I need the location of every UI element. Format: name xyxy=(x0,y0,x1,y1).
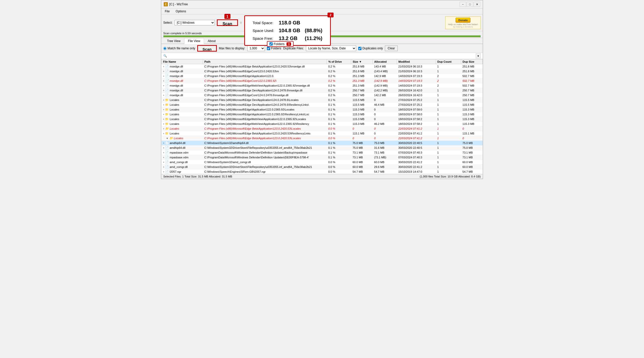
table-row[interactable]: + 📄 msedge.dll C:\Program Files (x86)\Mi… xyxy=(162,64,483,69)
expand-icon[interactable]: + xyxy=(163,108,165,111)
menu-file[interactable]: File xyxy=(163,9,171,14)
expand-icon[interactable]: + xyxy=(163,142,165,145)
close-button[interactable]: ✕ xyxy=(474,2,480,7)
match-filename-radio[interactable] xyxy=(163,47,167,50)
table-row[interactable]: + 📁 Locales C:\Program Files (x86)\Micro… xyxy=(162,122,483,126)
table-row[interactable]: + 📁 Locales C:\Program Files (x86)\Micro… xyxy=(162,117,483,122)
duplicates-only-checkbox[interactable] xyxy=(358,47,361,50)
cell-size: 75.0 MB xyxy=(351,146,373,150)
col-filename[interactable]: File Name xyxy=(162,59,203,64)
minimize-button[interactable]: − xyxy=(460,2,466,7)
table-row[interactable]: ▼ 📁 Locales C:\Program Files (x86)\Micro… xyxy=(162,136,483,141)
scan-button-2[interactable]: Scan xyxy=(197,45,217,52)
expand-icon[interactable]: + xyxy=(163,103,165,106)
cell-modified: 21/03/2024 06:10:3 xyxy=(397,64,436,69)
table-row[interactable]: + 📄 l2057.ngr C:\Windows\Speech\Engines\… xyxy=(162,169,483,174)
tab-file-view[interactable]: File View xyxy=(184,38,204,44)
expand-icon[interactable]: + xyxy=(163,75,165,78)
cell-modified: 22/03/2024 07:41:2 xyxy=(397,126,436,131)
expand-icon[interactable]: + xyxy=(163,118,165,121)
table-row[interactable]: + 📄 amd_comgr.dll C:\Windows\System32\am… xyxy=(162,160,483,165)
col-dup-count[interactable]: Dup Count Dup Count 4 xyxy=(436,59,461,64)
maximize-button[interactable]: □ xyxy=(467,2,473,7)
tab-about[interactable]: About xyxy=(204,38,219,44)
col-size[interactable]: Size ▼ xyxy=(351,59,373,64)
cell-pct: 0.1 % xyxy=(327,146,351,150)
expand-icon[interactable]: + xyxy=(163,70,165,73)
expand-icon[interactable]: + xyxy=(163,65,165,68)
col-path[interactable]: Path xyxy=(203,59,327,64)
clear-button[interactable]: Clear xyxy=(385,46,398,51)
expand-icon[interactable]: + xyxy=(163,161,165,164)
expand-icon[interactable]: + xyxy=(163,132,165,135)
table-row[interactable]: + 📁 Locales C:\Program Files (x86)\Micro… xyxy=(162,131,483,136)
table-row[interactable]: + 📄 msedge.dll C:\Program Files (x86)\Mi… xyxy=(162,88,483,93)
table-row[interactable]: + 📄 msedge.dll C:\Program Files (x86)\Mi… xyxy=(162,79,483,83)
table-row[interactable]: + 📄 msedge.dll C:\Program Files (x86)\Mi… xyxy=(162,93,483,98)
cell-path: C:\Program Files (x86)\Microsoft\Edge De… xyxy=(203,102,327,107)
cell-size: 251.3 MB xyxy=(351,83,373,88)
cell-modified: 22/03/2024 07:41:2 xyxy=(397,136,436,141)
expand-icon[interactable]: + xyxy=(163,151,165,154)
folders-overlay-checkbox[interactable] xyxy=(269,42,273,46)
cell-path: C:\Windows\System32\DriverStore\FileRepo… xyxy=(203,165,327,169)
locate-select[interactable]: Locate by Name, Size, Date xyxy=(306,46,356,51)
expand-icon[interactable]: + xyxy=(163,170,165,173)
col-allocated[interactable]: Allocated xyxy=(373,59,397,64)
scan-button[interactable]: Scan xyxy=(217,19,238,26)
expand-icon[interactable]: + xyxy=(163,84,165,87)
expand-icon[interactable]: + xyxy=(163,99,165,101)
table-row[interactable]: + 📁 Locales C:\Program Files (x86)\Micro… xyxy=(162,126,483,131)
tab-tree-view[interactable]: Tree View xyxy=(163,38,184,44)
cell-dup-count: 1 xyxy=(436,107,461,112)
cell-size: 115.5 MB xyxy=(351,102,373,107)
cell-modified: 07/03/2024 07:40:3 xyxy=(397,150,436,155)
expand-icon[interactable]: + xyxy=(163,127,165,130)
table-row[interactable]: + 📁 Locales C:\Program Files (x86)\Micro… xyxy=(162,98,483,102)
table-row[interactable]: + 📄 amdhip64.dll C:\Windows\System32\Dri… xyxy=(162,146,483,150)
drive-select[interactable]: [C:] Windows xyxy=(175,20,215,25)
cell-pct: 0.1 % xyxy=(327,102,351,107)
cell-dup-count: 1 xyxy=(436,93,461,98)
expand-icon[interactable]: + xyxy=(163,80,165,82)
duplicates-only-label[interactable]: Duplicates only xyxy=(358,47,383,50)
table-row[interactable]: + 📄 amd_comgr.dll C:\Windows\System32\Dr… xyxy=(162,165,483,169)
cell-modified: 21/03/2024 06:10:3 xyxy=(397,69,436,74)
expand-icon[interactable]: + xyxy=(163,89,165,92)
max-files-select[interactable]: 1,000 xyxy=(247,46,265,51)
col-modified[interactable]: Modified xyxy=(397,59,436,64)
match-filename-label[interactable]: Match file name only xyxy=(163,47,195,50)
table-row[interactable]: + 📄 mpasbase.vdm C:\ProgramData\Microsof… xyxy=(162,155,483,160)
cell-modified: 14/03/2024 07:19:3 xyxy=(397,74,436,79)
menu-options[interactable]: Options xyxy=(174,9,187,14)
expand-icon[interactable]: + xyxy=(163,166,165,168)
cell-allocated: 60.0 MB xyxy=(373,160,397,165)
table-row[interactable]: + 📄 mpasbase.vdm C:\ProgramData\Microsof… xyxy=(162,150,483,155)
expand-icon[interactable]: + xyxy=(163,156,165,159)
table-row[interactable]: + 📁 Locales C:\Program Files (x86)\Micro… xyxy=(162,112,483,117)
table-row[interactable]: + 📄 amdhip64.dll C:\Windows\System32\amd… xyxy=(162,141,483,146)
table-row[interactable]: + 📁 Locales C:\Program Files (x86)\Micro… xyxy=(162,107,483,112)
expand-icon[interactable]: + xyxy=(163,113,165,116)
col-dup-size[interactable]: Dup Size xyxy=(461,59,482,64)
col-pct[interactable]: % of Drive xyxy=(327,59,351,64)
cell-filename: + 📄 msedge.dll xyxy=(162,79,203,83)
donate-button[interactable]: Donate xyxy=(456,18,470,23)
table-row[interactable]: + 📄 msedge.dll C:\Program Files (x86)\Mi… xyxy=(162,74,483,79)
expand-icon[interactable]: ▼ xyxy=(166,137,169,140)
table-row[interactable]: + 📄 msedge.dll C:\Program Files (x86)\Mi… xyxy=(162,83,483,88)
cell-pct: 0.1 % xyxy=(327,150,351,155)
folders-label[interactable]: Folders xyxy=(267,47,281,50)
search-dropdown-button[interactable]: ▼ xyxy=(476,53,481,58)
table-row[interactable]: + 📄 msedge.dll C:\Program Files (x86)\Mi… xyxy=(162,69,483,74)
folder-icon: 📁 xyxy=(165,103,169,106)
table-row[interactable]: + 📁 Locales C:\Program Files (x86)\Micro… xyxy=(162,102,483,107)
cell-filename: + 📁 Locales xyxy=(162,112,203,117)
search-input[interactable] xyxy=(168,54,476,58)
cell-path: C:\Program Files (x86)\Microsoft\Edge Be… xyxy=(203,126,327,131)
expand-icon[interactable]: + xyxy=(163,94,165,97)
expand-icon[interactable]: + xyxy=(163,147,165,149)
folders-checkbox[interactable] xyxy=(267,47,270,50)
expand-icon[interactable]: + xyxy=(163,123,165,125)
file-icon: 📄 xyxy=(165,79,169,83)
